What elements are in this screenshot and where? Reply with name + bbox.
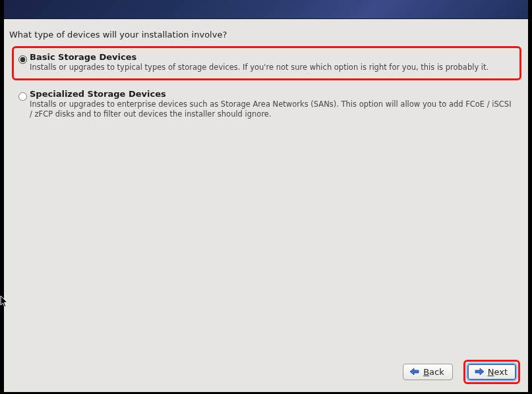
next-button-wrap: Next [463, 360, 520, 384]
back-label: Back [423, 367, 444, 377]
radio-wrap [15, 52, 30, 64]
back-button[interactable]: Back [403, 364, 453, 380]
radio-specialized-storage[interactable] [18, 92, 27, 101]
next-button[interactable]: Next [467, 364, 516, 380]
header-banner [4, 0, 528, 19]
option-title: Specialized Storage Devices [30, 89, 512, 99]
footer-bar: Back Next [4, 351, 528, 392]
arrow-left-icon [409, 367, 421, 376]
prompt-text: What type of devices will your installat… [9, 30, 521, 40]
back-button-wrap: Back [399, 360, 457, 384]
arrow-right-icon [473, 367, 485, 376]
radio-basic-storage[interactable] [18, 55, 27, 64]
next-label: Next [488, 367, 508, 377]
option-basic-storage[interactable]: Basic Storage Devices Installs or upgrad… [12, 46, 521, 80]
installer-window: What type of devices will your installat… [4, 0, 528, 392]
option-text: Basic Storage Devices Installs or upgrad… [30, 52, 516, 73]
content-area: What type of devices will your installat… [4, 19, 528, 351]
option-description: Installs or upgrades to typical types of… [30, 63, 512, 73]
option-title: Basic Storage Devices [30, 52, 512, 62]
option-text: Specialized Storage Devices Installs or … [30, 89, 516, 120]
option-description: Installs or upgrades to enterprise devic… [30, 99, 512, 120]
radio-wrap [15, 89, 30, 101]
option-specialized-storage[interactable]: Specialized Storage Devices Installs or … [12, 83, 521, 127]
storage-options: Basic Storage Devices Installs or upgrad… [12, 46, 521, 127]
